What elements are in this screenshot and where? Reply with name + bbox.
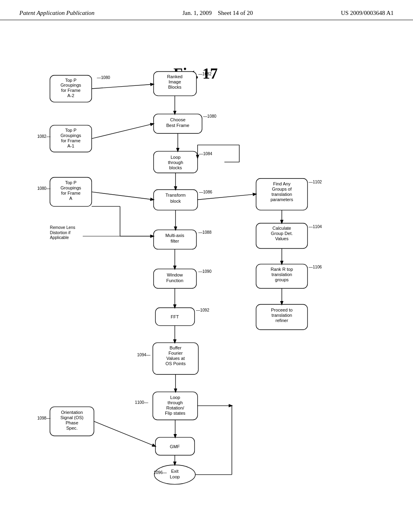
diagram-content: Fig. 17 Top P Groupings for Frame A-2 —1… bbox=[0, 20, 413, 512]
svg-text:Fourier: Fourier bbox=[169, 351, 183, 355]
svg-text:Proceed to: Proceed to bbox=[271, 308, 293, 312]
svg-line-102 bbox=[92, 124, 153, 139]
svg-line-103 bbox=[92, 192, 153, 200]
svg-text:parameters: parameters bbox=[271, 197, 293, 202]
svg-text:—1080: —1080 bbox=[97, 75, 110, 80]
svg-text:1096—: 1096— bbox=[154, 470, 167, 475]
svg-text:1098—: 1098— bbox=[37, 416, 51, 420]
svg-text:groups: groups bbox=[275, 277, 289, 282]
svg-text:1094—: 1094— bbox=[137, 353, 151, 357]
svg-text:Phase: Phase bbox=[66, 420, 78, 425]
page-header: Patent Application Publication Jan. 1, 2… bbox=[0, 0, 413, 20]
svg-text:—1104: —1104 bbox=[309, 224, 322, 229]
svg-text:Signal (OS): Signal (OS) bbox=[60, 415, 83, 420]
svg-text:through: through bbox=[168, 160, 183, 165]
svg-text:1080—: 1080— bbox=[37, 186, 51, 191]
svg-text:Spec.: Spec. bbox=[66, 426, 77, 430]
svg-text:Image: Image bbox=[169, 79, 181, 84]
svg-text:Groups of: Groups of bbox=[272, 187, 292, 191]
svg-text:Applicable: Applicable bbox=[50, 235, 69, 240]
svg-text:Buffer: Buffer bbox=[170, 345, 182, 350]
svg-text:—1084: —1084 bbox=[199, 152, 213, 156]
svg-text:Best Frame: Best Frame bbox=[166, 123, 189, 128]
svg-text:Groupings: Groupings bbox=[60, 83, 81, 87]
svg-text:GMF: GMF bbox=[170, 444, 180, 449]
svg-text:Flip states: Flip states bbox=[165, 411, 186, 416]
date-sheet-label: Jan. 1, 2009 Sheet 14 of 20 bbox=[182, 10, 253, 17]
svg-text:refiner: refiner bbox=[275, 318, 288, 323]
svg-text:A: A bbox=[69, 196, 73, 201]
svg-text:1100—: 1100— bbox=[135, 400, 149, 405]
svg-text:Top P: Top P bbox=[65, 128, 76, 133]
svg-text:Exit: Exit bbox=[171, 469, 178, 474]
svg-text:Loop: Loop bbox=[171, 155, 181, 160]
svg-text:FFT: FFT bbox=[171, 314, 179, 319]
svg-text:block: block bbox=[170, 199, 181, 204]
svg-text:Find Any: Find Any bbox=[273, 181, 291, 186]
svg-text:Values at: Values at bbox=[167, 356, 185, 361]
svg-text:Group Det.: Group Det. bbox=[271, 231, 293, 236]
svg-text:through: through bbox=[168, 400, 183, 405]
svg-text:Window: Window bbox=[167, 272, 183, 277]
svg-text:Orientation: Orientation bbox=[61, 410, 83, 415]
svg-text:for Frame: for Frame bbox=[61, 191, 81, 195]
svg-text:Loop: Loop bbox=[170, 474, 180, 479]
svg-text:Top P: Top P bbox=[65, 180, 76, 185]
svg-text:—1086: —1086 bbox=[199, 190, 213, 194]
patent-number-label: US 2009/0003648 A1 bbox=[341, 10, 394, 17]
svg-text:Blocks: Blocks bbox=[168, 85, 181, 89]
svg-line-114 bbox=[198, 194, 256, 200]
svg-text:Groupings: Groupings bbox=[60, 185, 81, 190]
svg-text:Ranked: Ranked bbox=[167, 74, 182, 79]
svg-text:—1090: —1090 bbox=[198, 269, 212, 274]
svg-text:Remove Lens: Remove Lens bbox=[50, 225, 75, 230]
svg-text:Function: Function bbox=[166, 278, 184, 283]
svg-text:Loop: Loop bbox=[170, 395, 180, 400]
svg-text:Transform: Transform bbox=[165, 193, 186, 197]
svg-text:Rank R top: Rank R top bbox=[271, 267, 293, 272]
svg-text:Rotation/: Rotation/ bbox=[166, 405, 184, 410]
svg-text:translation: translation bbox=[271, 313, 292, 318]
svg-text:Choose: Choose bbox=[170, 117, 186, 122]
svg-text:Groupings: Groupings bbox=[60, 133, 81, 138]
svg-text:—1088: —1088 bbox=[198, 230, 212, 235]
svg-text:A-1: A-1 bbox=[67, 143, 74, 148]
svg-text:translation: translation bbox=[271, 272, 292, 277]
flowchart-svg: Top P Groupings for Frame A-2 —1080 Rank… bbox=[0, 20, 413, 512]
svg-text:—1106: —1106 bbox=[309, 265, 322, 269]
svg-text:—1082: —1082 bbox=[198, 72, 212, 76]
svg-text:OS Points: OS Points bbox=[165, 361, 186, 366]
svg-text:—1080: —1080 bbox=[203, 114, 217, 118]
svg-text:Calculate: Calculate bbox=[273, 226, 291, 231]
svg-text:—1102: —1102 bbox=[309, 180, 322, 184]
svg-text:1082—: 1082— bbox=[37, 134, 51, 139]
svg-text:translation: translation bbox=[271, 192, 292, 197]
svg-line-122 bbox=[94, 421, 156, 446]
svg-text:Distortion if: Distortion if bbox=[50, 231, 71, 235]
svg-text:blocks: blocks bbox=[169, 165, 182, 170]
svg-text:filter: filter bbox=[171, 239, 179, 243]
svg-text:Values: Values bbox=[275, 236, 289, 241]
publication-label: Patent Application Publication bbox=[19, 10, 94, 17]
svg-text:Multi-axis: Multi-axis bbox=[165, 233, 184, 238]
svg-text:Top P: Top P bbox=[65, 78, 76, 83]
svg-text:for Frame: for Frame bbox=[61, 138, 81, 143]
svg-text:A-2: A-2 bbox=[67, 93, 74, 98]
svg-text:for Frame: for Frame bbox=[61, 88, 81, 93]
svg-line-101 bbox=[92, 84, 153, 89]
svg-text:—1092: —1092 bbox=[196, 308, 209, 312]
